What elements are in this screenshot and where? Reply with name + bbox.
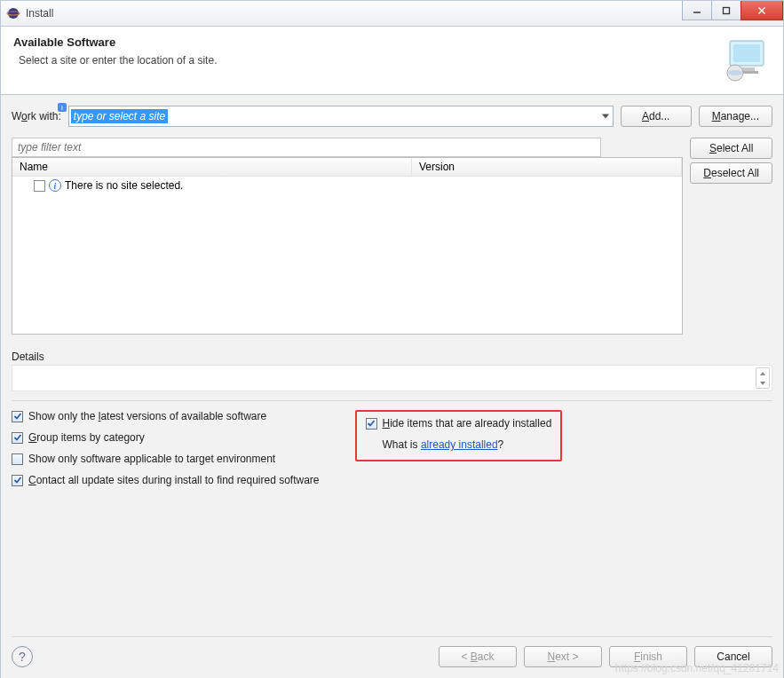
page-title: Available Software <box>13 35 721 49</box>
contact-sites-label: Contact all update sites during install … <box>28 474 320 486</box>
svg-point-0 <box>8 8 19 19</box>
details-spinner[interactable] <box>756 367 770 389</box>
dialog-footer: ? < Back Next > Finish Cancel <box>12 636 772 667</box>
work-with-value: type or select a site <box>71 109 168 123</box>
applicable-checkbox[interactable] <box>12 453 23 465</box>
hide-installed-label: Hide items that are already installed <box>383 417 552 430</box>
already-installed-text: What is already installed? <box>383 438 504 451</box>
column-name[interactable]: Name <box>12 158 412 176</box>
next-button[interactable]: Next > <box>524 646 602 667</box>
options-area: Show only the latest versions of availab… <box>12 410 772 486</box>
info-badge-icon: i <box>58 103 67 112</box>
work-with-combo[interactable]: type or select a site <box>68 106 614 127</box>
hide-installed-checkbox[interactable] <box>366 418 377 430</box>
tree-header: Name Version <box>12 158 682 177</box>
add-button[interactable]: Add... <box>621 106 692 127</box>
deselect-all-button[interactable]: Deselect All <box>690 162 772 184</box>
titlebar: Install <box>0 0 784 27</box>
cancel-button[interactable]: Cancel <box>694 646 772 667</box>
details-label: Details <box>12 351 772 363</box>
page-subtitle: Select a site or enter the location of a… <box>19 54 721 67</box>
minimize-button[interactable] <box>682 1 712 20</box>
dialog-header: Available Software Select a site or ente… <box>0 27 784 95</box>
wizard-icon <box>721 35 771 85</box>
window-title: Install <box>26 7 53 20</box>
maximize-button[interactable] <box>711 1 741 20</box>
column-version[interactable]: Version <box>412 158 682 176</box>
tree-empty-message: There is no site selected. <box>65 179 183 192</box>
back-button[interactable]: < Back <box>439 646 517 667</box>
applicable-label: Show only software applicable to target … <box>28 453 275 465</box>
latest-versions-label: Show only the latest versions of availab… <box>28 410 266 422</box>
manage-button[interactable]: Manage... <box>699 106 772 127</box>
checkbox-icon[interactable] <box>34 180 45 192</box>
separator <box>12 400 772 401</box>
tree-row: i There is no site selected. <box>12 177 682 194</box>
svg-rect-3 <box>724 7 730 13</box>
work-with-label: Work with: i <box>12 110 61 122</box>
software-tree[interactable]: Name Version i There is no site selected… <box>12 157 683 335</box>
app-icon <box>6 6 20 20</box>
chevron-down-icon <box>602 114 609 119</box>
group-category-label: Group items by category <box>28 431 145 444</box>
details-text[interactable] <box>12 365 772 391</box>
latest-versions-checkbox[interactable] <box>12 411 23 422</box>
info-icon: i <box>49 179 61 192</box>
filter-input[interactable] <box>12 138 601 157</box>
dialog-body: Work with: i type or select a site Add..… <box>0 95 784 678</box>
svg-point-11 <box>727 70 743 75</box>
contact-sites-checkbox[interactable] <box>12 475 23 486</box>
finish-button[interactable]: Finish <box>609 646 687 667</box>
highlight-box: Hide items that are already installed Wh… <box>355 410 563 461</box>
help-button[interactable]: ? <box>12 646 33 667</box>
details-section: Details <box>12 351 772 391</box>
svg-rect-7 <box>733 44 760 62</box>
group-category-checkbox[interactable] <box>12 432 23 444</box>
close-button[interactable] <box>740 1 783 20</box>
select-all-button[interactable]: Select All <box>690 138 772 159</box>
already-installed-link[interactable]: already installed <box>421 438 498 451</box>
